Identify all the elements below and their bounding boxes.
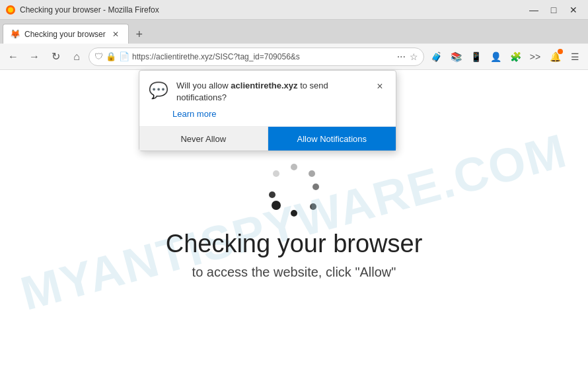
notification-icon[interactable]: 🔔 — [546, 48, 564, 66]
notification-badge — [558, 49, 563, 54]
menu-button[interactable]: ☰ — [566, 48, 584, 66]
home-button[interactable]: ⌂ — [67, 48, 86, 66]
spinner-dot-4 — [310, 203, 316, 210]
containers-icon[interactable]: 🧳 — [427, 48, 445, 66]
forward-button[interactable]: → — [25, 48, 44, 66]
back-button[interactable]: ← — [4, 48, 22, 66]
tab-close-button[interactable]: ✕ — [110, 28, 122, 40]
tab-bar: 🦊 Checking your browser ✕ + — [0, 20, 588, 44]
new-tab-button[interactable]: + — [130, 25, 149, 44]
window-controls: — □ ✕ — [525, 3, 583, 17]
page-heading: Checking your browser — [166, 230, 423, 258]
spinner-dot-1 — [291, 164, 297, 170]
synced-tabs-icon[interactable]: 📱 — [466, 48, 485, 66]
popup-close-button[interactable]: × — [373, 80, 386, 93]
reload-button[interactable]: ↻ — [46, 48, 65, 66]
tab-title: Checking your browser — [24, 30, 106, 39]
loading-spinner — [268, 164, 320, 217]
spinner-dot-5 — [291, 210, 297, 217]
extensions-icon[interactable]: 🧩 — [506, 48, 525, 66]
title-bar-left: Checking your browser - Mozilla Firefox — [5, 5, 159, 15]
tab-favicon: 🦊 — [10, 29, 20, 39]
tracking-protection-icon: 🛡 — [94, 51, 103, 61]
title-bar: Checking your browser - Mozilla Firefox … — [0, 0, 588, 20]
learn-more-link[interactable]: Learn more — [172, 109, 216, 119]
popup-buttons: Never Allow Allow Notifications — [139, 126, 396, 151]
spinner-dot-6 — [272, 201, 281, 210]
url-more-button[interactable]: ··· — [396, 51, 407, 63]
window-title: Checking your browser - Mozilla Firefox — [20, 5, 159, 15]
overflow-menu-icon[interactable]: >> — [526, 48, 544, 66]
account-icon[interactable]: 👤 — [486, 48, 505, 66]
spinner-dot-2 — [309, 170, 315, 177]
minimize-button[interactable]: — — [525, 3, 543, 17]
spinner-dot-8 — [273, 170, 279, 177]
navigation-bar: ← → ↻ ⌂ 🛡 🔒 📄 https://aclientirethe.xyz/… — [0, 44, 588, 70]
popup-learn-more: Learn more — [139, 108, 396, 126]
url-input-icon: 📄 — [119, 51, 129, 61]
popup-message: Will you allow aclientirethe.xyz to send… — [176, 80, 365, 104]
spinner-dot-7 — [269, 191, 276, 198]
popup-message-prefix: Will you allow — [176, 81, 231, 90]
nav-extras: 🧳 📚 📱 👤 🧩 >> 🔔 ☰ — [427, 48, 584, 66]
lock-icon: 🔒 — [106, 51, 116, 61]
close-button[interactable]: ✕ — [564, 3, 583, 17]
bookmark-icon[interactable]: ☆ — [410, 51, 418, 62]
url-display: https://aclientirethe.xyz/SISC?tag_id=70… — [132, 52, 393, 61]
maximize-button[interactable]: □ — [544, 3, 563, 17]
spinner-dot-3 — [312, 184, 319, 190]
popup-domain: aclientirethe.xyz — [231, 81, 297, 90]
page-subtext: to access the website, click "Allow" — [192, 265, 396, 280]
popup-chat-icon: 💬 — [149, 81, 168, 100]
firefox-icon — [5, 5, 16, 15]
browser-tab-active[interactable]: 🦊 Checking your browser ✕ — [3, 24, 129, 44]
library-icon[interactable]: 📚 — [447, 48, 465, 66]
address-bar[interactable]: 🛡 🔒 📄 https://aclientirethe.xyz/SISC?tag… — [89, 48, 424, 66]
svg-point-1 — [8, 7, 13, 13]
allow-notifications-button[interactable]: Allow Notifications — [268, 127, 396, 151]
popup-header: 💬 Will you allow aclientirethe.xyz to se… — [139, 71, 396, 108]
notification-popup: 💬 Will you allow aclientirethe.xyz to se… — [139, 70, 396, 151]
never-allow-button[interactable]: Never Allow — [139, 127, 268, 151]
